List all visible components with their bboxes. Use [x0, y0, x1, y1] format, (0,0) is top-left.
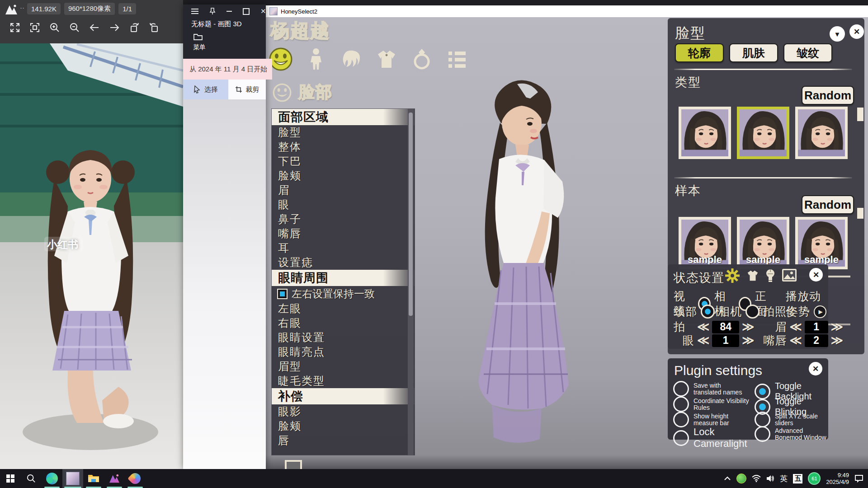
type-random-button[interactable]: Random	[802, 86, 854, 105]
toggle-icon[interactable]	[755, 426, 770, 442]
menu-item-eyebrow-shape[interactable]: 眉型	[272, 359, 415, 374]
tray-notification-icon[interactable]	[854, 474, 863, 483]
tab-clothes-icon[interactable]	[374, 47, 399, 71]
start-button[interactable]	[0, 469, 21, 488]
face-type-thumbnail[interactable]	[679, 107, 731, 159]
checkbox-icon[interactable]	[277, 289, 288, 299]
tray-volume-icon[interactable]	[766, 475, 774, 482]
tray-temp-badge[interactable]: 61	[808, 472, 821, 485]
fullscreen-icon[interactable]	[9, 22, 21, 33]
neck-camera-radio[interactable]	[701, 305, 715, 319]
stepper-prev-icon[interactable]: ≪	[789, 333, 802, 347]
zoom-out-icon[interactable]	[69, 22, 80, 33]
paint3d-pin-icon[interactable]	[209, 8, 216, 15]
tab-body-icon[interactable]	[304, 47, 328, 71]
stepper-prev-icon[interactable]: ≪	[697, 333, 709, 347]
taskbar-edge-icon[interactable]	[42, 469, 62, 488]
tray-antivirus-icon[interactable]	[736, 474, 746, 483]
select-tool-button[interactable]: 选择	[183, 80, 228, 99]
stepper-next-icon[interactable]: ≫	[742, 320, 754, 334]
fit-to-window-icon[interactable]	[29, 22, 41, 33]
toggle-advanced-bonemod[interactable]: Advanced Bonemod Window	[755, 426, 827, 442]
tray-clock[interactable]: 9:49 2025/4/9	[826, 472, 849, 485]
stepper-next-icon[interactable]: ≫	[831, 320, 843, 334]
tab-face-icon[interactable]	[269, 47, 293, 71]
tray-wifi-icon[interactable]	[752, 475, 761, 482]
toggle-save-translated[interactable]: Save with translated names	[673, 381, 750, 397]
close-plugin-panel-button[interactable]: ✕	[809, 362, 822, 375]
paint3d-maximize-icon[interactable]	[243, 8, 250, 15]
paint3d-canvas[interactable]	[183, 99, 266, 469]
zoom-in-icon[interactable]	[49, 22, 61, 33]
sync-left-right-checkbox-row[interactable]: 左右设置保持一致	[272, 286, 415, 301]
tab-accessories-icon[interactable]	[410, 47, 434, 71]
menu-item-left-eye[interactable]: 左眼	[272, 301, 415, 316]
taskbar-honeyselect2-icon[interactable]	[62, 469, 83, 488]
menu-scrollbar[interactable]	[408, 109, 414, 455]
type-scrollbar-thumb[interactable]	[857, 108, 863, 121]
rotate-right-icon[interactable]	[148, 22, 160, 33]
previous-image-icon[interactable]	[89, 22, 100, 33]
toggle-lock-cameralight[interactable]: Lock Cameralight	[673, 426, 757, 450]
menu-item-face-type[interactable]: 脸型	[272, 125, 415, 140]
sample-thumbnail[interactable]: sample	[679, 217, 731, 269]
menu-item-eyeshadow[interactable]: 眼影	[272, 404, 415, 419]
menu-item-cheek-makeup[interactable]: 脸颊	[272, 419, 415, 433]
taskbar-search-icon[interactable]	[21, 469, 42, 488]
menu-item-right-eye[interactable]: 右眼	[272, 316, 415, 330]
menu-item-eye-settings[interactable]: 眼睛设置	[272, 330, 415, 345]
sample-random-button[interactable]: Random	[802, 195, 854, 214]
sample-thumbnail[interactable]: sample	[795, 217, 848, 269]
rotate-left-icon[interactable]	[128, 22, 140, 33]
tray-language-indicator[interactable]: 英	[780, 474, 788, 484]
stepper-prev-icon[interactable]: ≪	[697, 320, 709, 334]
paint3d-burger-icon[interactable]	[191, 7, 198, 15]
sample-scrollbar-thumb[interactable]	[857, 208, 863, 219]
neck-pose-radio[interactable]	[745, 305, 760, 319]
toggle-height-measure[interactable]: Show height measure bar	[673, 412, 750, 427]
face-type-thumbnail-selected[interactable]	[737, 107, 789, 159]
toggle-icon[interactable]	[673, 430, 689, 446]
menu-item-cheeks[interactable]: 脸颊	[272, 169, 415, 183]
menu-item-eyelash-type[interactable]: 睫毛类型	[272, 374, 415, 388]
viewer-app-logo-icon[interactable]	[5, 4, 18, 15]
close-status-panel-button[interactable]: ✕	[809, 268, 823, 282]
menu-item-mole[interactable]: 设置痣	[272, 255, 415, 270]
close-panel-button[interactable]: ✕	[849, 24, 864, 39]
toggle-icon[interactable]	[673, 412, 689, 427]
paint3d-minimize-icon[interactable]	[226, 11, 232, 12]
menu-item-chin[interactable]: 下巴	[272, 154, 415, 169]
menu-item-brow[interactable]: 眉	[272, 183, 415, 197]
lighting-icon[interactable]	[764, 268, 776, 283]
toggle-split-xyz[interactable]: Split XYZ scale sliders	[755, 412, 827, 427]
toggle-icon[interactable]	[673, 396, 689, 412]
menu-item-mouth[interactable]: 嘴唇	[272, 226, 415, 241]
background-image-icon[interactable]	[782, 268, 797, 282]
menu-scrollbar-thumb[interactable]	[409, 113, 413, 316]
face-type-thumbnail[interactable]	[795, 107, 848, 159]
toggle-coordinate-visibility[interactable]: Coordinate Visibility Rules	[673, 396, 750, 412]
sample-thumbnail[interactable]: sample	[737, 217, 789, 269]
tab-wrinkles[interactable]: 皱纹	[783, 43, 832, 62]
tab-skin[interactable]: 肌肤	[729, 43, 778, 62]
paint3d-close-icon[interactable]: ✕	[260, 7, 266, 15]
menu-item-overall[interactable]: 整体	[272, 140, 415, 154]
tab-contour[interactable]: 轮廓	[675, 43, 724, 62]
menu-item-eye-highlight[interactable]: 眼睛亮点	[272, 345, 415, 359]
taskbar-paint-drop-icon[interactable]	[125, 469, 146, 488]
paint3d-menu-button[interactable]: 菜单	[193, 33, 206, 52]
toggle-icon[interactable]	[673, 381, 689, 397]
toggle-icon[interactable]	[755, 412, 770, 427]
menu-item-ear[interactable]: 耳	[272, 241, 415, 255]
stepper-prev-icon[interactable]: ≪	[789, 320, 802, 334]
tab-hair-icon[interactable]	[339, 47, 363, 71]
menu-item-lip-makeup[interactable]: 唇	[272, 433, 415, 448]
stepper-next-icon[interactable]: ≫	[831, 333, 843, 347]
play-pose-button[interactable]: ▶	[814, 305, 826, 318]
stepper-next-icon[interactable]: ≫	[742, 333, 754, 347]
collapse-panel-button[interactable]: ▼	[830, 26, 845, 42]
tray-chevron-up-icon[interactable]	[724, 476, 731, 481]
taskbar-ai-viewer-icon[interactable]	[104, 469, 125, 488]
viewer-menu-dots[interactable]: ··	[20, 4, 24, 11]
next-image-icon[interactable]	[108, 22, 120, 33]
